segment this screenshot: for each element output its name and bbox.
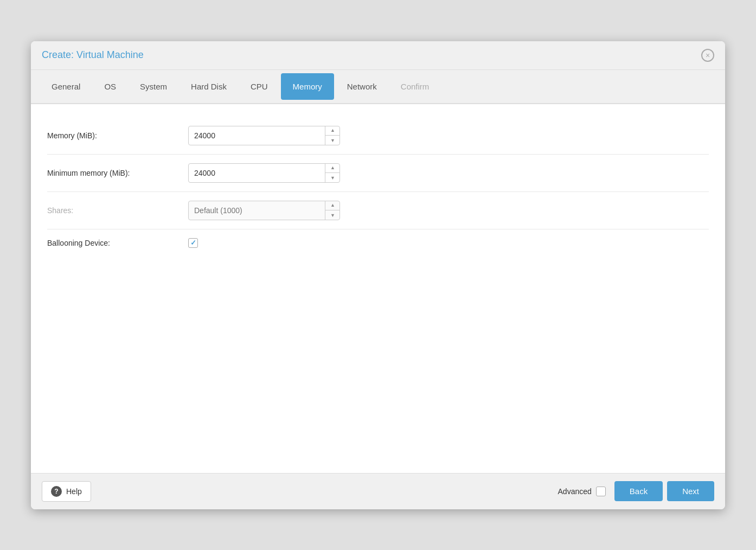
help-icon: ? [51,486,62,497]
ballooning-row: Ballooning Device: [47,229,709,257]
shares-spinbox-arrows: ▲ ▼ [325,201,340,220]
advanced-label[interactable]: Advanced [558,487,606,496]
back-button[interactable]: Back [614,481,663,501]
ballooning-label: Ballooning Device: [47,239,188,247]
help-button[interactable]: ? Help [42,481,91,502]
min-memory-row: Minimum memory (MiB): ▲ ▼ [47,155,709,192]
shares-increment-button: ▲ [325,201,340,211]
min-memory-spinbox-container: ▲ ▼ [188,163,340,183]
ballooning-checkbox-wrapper[interactable] [188,238,198,248]
dialog-header: Create: Virtual Machine × [31,41,725,70]
dialog-footer: ? Help Advanced Back Next [31,473,725,509]
next-button[interactable]: Next [667,481,714,501]
min-memory-spinbox-arrows: ▲ ▼ [325,163,340,183]
tab-os[interactable]: OS [92,73,128,100]
dialog-body: Memory (MiB): ▲ ▼ Minimum memory (MiB): … [31,104,725,473]
memory-spinbox-arrows: ▲ ▼ [325,126,340,145]
ballooning-checkbox[interactable] [188,238,198,248]
memory-increment-button[interactable]: ▲ [325,126,340,136]
min-memory-decrement-button[interactable]: ▼ [325,173,340,183]
tab-general[interactable]: General [40,73,92,100]
memory-label: Memory (MiB): [47,131,188,140]
memory-input[interactable] [188,126,340,145]
help-label: Help [66,487,82,496]
shares-decrement-button: ▼ [325,210,340,220]
min-memory-input[interactable] [188,163,340,183]
dialog-title: Create: Virtual Machine [42,49,144,61]
shares-label: Shares: [47,206,188,215]
advanced-checkbox[interactable] [596,487,606,496]
tab-memory[interactable]: Memory [281,73,334,100]
advanced-text: Advanced [558,487,592,496]
tab-confirm: Confirm [389,73,441,100]
footer-right: Advanced Back Next [558,481,714,501]
memory-decrement-button[interactable]: ▼ [325,136,340,145]
min-memory-increment-button[interactable]: ▲ [325,163,340,174]
min-memory-label: Minimum memory (MiB): [47,169,188,177]
shares-spinbox-container: ▲ ▼ [188,201,340,220]
footer-nav: Back Next [614,481,714,501]
shares-row: Shares: ▲ ▼ [47,192,709,229]
tabs-bar: General OS System Hard Disk CPU Memory N… [31,70,725,104]
memory-row: Memory (MiB): ▲ ▼ [47,117,709,155]
tab-cpu[interactable]: CPU [239,73,280,100]
shares-input [188,201,340,220]
close-button[interactable]: × [701,49,714,62]
tab-network[interactable]: Network [335,73,389,100]
create-vm-dialog: Create: Virtual Machine × General OS Sys… [31,41,725,509]
memory-spinbox-container: ▲ ▼ [188,126,340,145]
advanced-memory-section: Minimum memory (MiB): ▲ ▼ Shares: ▲ ▼ [47,155,709,257]
tab-hard-disk[interactable]: Hard Disk [179,73,239,100]
tab-system[interactable]: System [128,73,179,100]
